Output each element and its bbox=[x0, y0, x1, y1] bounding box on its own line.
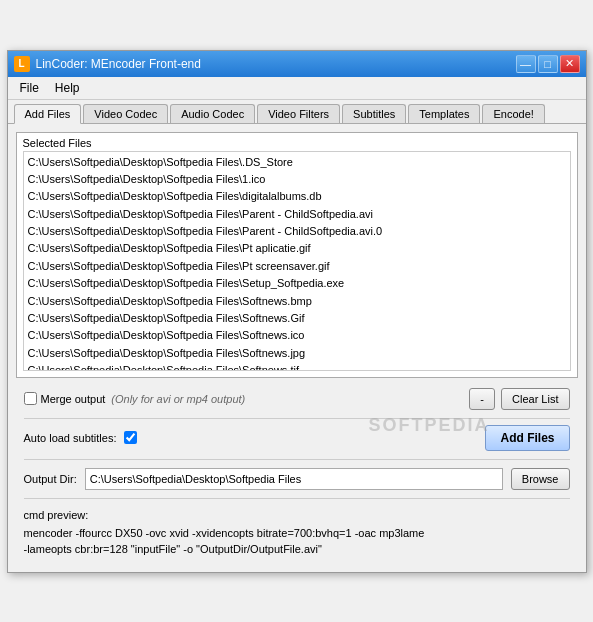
main-window: L LinCoder: MEncoder Front-end — □ ✕ Fil… bbox=[7, 50, 587, 573]
title-bar: L LinCoder: MEncoder Front-end — □ ✕ bbox=[8, 51, 586, 77]
output-dir-input[interactable] bbox=[85, 468, 503, 490]
menu-help[interactable]: Help bbox=[47, 79, 88, 97]
bottom-left: Merge output (Only for avi or mp4 output… bbox=[24, 392, 246, 405]
auto-subtitle-checkbox[interactable] bbox=[124, 431, 137, 444]
list-item[interactable]: C:\Users\Softpedia\Desktop\Softpedia Fil… bbox=[28, 345, 566, 362]
separator-3 bbox=[24, 498, 570, 499]
browse-button[interactable]: Browse bbox=[511, 468, 570, 490]
subtitle-label: Auto load subtitles: bbox=[24, 432, 117, 444]
list-item[interactable]: C:\Users\Softpedia\Desktop\Softpedia Fil… bbox=[28, 188, 566, 205]
tabs-bar: Add Files Video Codec Audio Codec Video … bbox=[8, 100, 586, 124]
merge-output-checkbox[interactable] bbox=[24, 392, 37, 405]
cmd-preview-line1: mencoder -ffourcc DX50 -ovc xvid -xviden… bbox=[24, 525, 570, 542]
bottom-controls-row: Merge output (Only for avi or mp4 output… bbox=[16, 384, 578, 414]
list-item[interactable]: C:\Users\Softpedia\Desktop\Softpedia Fil… bbox=[28, 327, 566, 344]
tab-audio-codec[interactable]: Audio Codec bbox=[170, 104, 255, 123]
tab-add-files[interactable]: Add Files bbox=[14, 104, 82, 124]
cmd-preview-line2: -lameopts cbr:br=128 "inputFile" -o "Out… bbox=[24, 541, 570, 558]
watermark-container: SOFTPEDIA Add Files bbox=[485, 425, 569, 451]
list-item[interactable]: C:\Users\Softpedia\Desktop\Softpedia Fil… bbox=[28, 362, 566, 370]
merge-output-label: Merge output bbox=[24, 392, 106, 405]
list-item[interactable]: C:\Users\Softpedia\Desktop\Softpedia Fil… bbox=[28, 206, 566, 223]
tab-video-codec[interactable]: Video Codec bbox=[83, 104, 168, 123]
close-button[interactable]: ✕ bbox=[560, 55, 580, 73]
title-bar-left: L LinCoder: MEncoder Front-end bbox=[14, 56, 201, 72]
tab-templates[interactable]: Templates bbox=[408, 104, 480, 123]
tab-subtitles[interactable]: Subtitles bbox=[342, 104, 406, 123]
list-item[interactable]: C:\Users\Softpedia\Desktop\Softpedia Fil… bbox=[28, 223, 566, 240]
selected-files-section: Selected Files C:\Users\Softpedia\Deskto… bbox=[16, 132, 578, 378]
list-item[interactable]: C:\Users\Softpedia\Desktop\Softpedia Fil… bbox=[28, 310, 566, 327]
maximize-button[interactable]: □ bbox=[538, 55, 558, 73]
output-dir-row: Output Dir: Browse bbox=[16, 464, 578, 494]
output-dir-label: Output Dir: bbox=[24, 473, 77, 485]
window-title: LinCoder: MEncoder Front-end bbox=[36, 57, 201, 71]
file-list[interactable]: C:\Users\Softpedia\Desktop\Softpedia Fil… bbox=[23, 151, 571, 371]
list-item[interactable]: C:\Users\Softpedia\Desktop\Softpedia Fil… bbox=[28, 154, 566, 171]
menu-bar: File Help bbox=[8, 77, 586, 100]
list-item[interactable]: C:\Users\Softpedia\Desktop\Softpedia Fil… bbox=[28, 275, 566, 292]
menu-file[interactable]: File bbox=[12, 79, 47, 97]
tab-encode[interactable]: Encode! bbox=[482, 104, 544, 123]
list-item[interactable]: C:\Users\Softpedia\Desktop\Softpedia Fil… bbox=[28, 240, 566, 257]
subtitle-row: Auto load subtitles: bbox=[24, 431, 138, 444]
separator-2 bbox=[24, 459, 570, 460]
file-list-inner: C:\Users\Softpedia\Desktop\Softpedia Fil… bbox=[24, 152, 570, 371]
remove-button[interactable]: - bbox=[469, 388, 495, 410]
list-item[interactable]: C:\Users\Softpedia\Desktop\Softpedia Fil… bbox=[28, 293, 566, 310]
list-item[interactable]: C:\Users\Softpedia\Desktop\Softpedia Fil… bbox=[28, 171, 566, 188]
main-content: Selected Files C:\Users\Softpedia\Deskto… bbox=[8, 124, 586, 572]
app-icon: L bbox=[14, 56, 30, 72]
merge-output-hint: (Only for avi or mp4 output) bbox=[111, 393, 245, 405]
separator-1 bbox=[24, 418, 570, 419]
tab-video-filters[interactable]: Video Filters bbox=[257, 104, 340, 123]
title-buttons: — □ ✕ bbox=[516, 55, 580, 73]
bottom-right: - Clear List bbox=[469, 388, 569, 410]
minimize-button[interactable]: — bbox=[516, 55, 536, 73]
clear-list-button[interactable]: Clear List bbox=[501, 388, 569, 410]
merge-output-text: Merge output bbox=[41, 393, 106, 405]
selected-files-label: Selected Files bbox=[17, 133, 577, 151]
cmd-preview-label: cmd preview: bbox=[24, 509, 570, 521]
list-item[interactable]: C:\Users\Softpedia\Desktop\Softpedia Fil… bbox=[28, 258, 566, 275]
add-files-button[interactable]: Add Files bbox=[485, 425, 569, 451]
cmd-preview-section: cmd preview: mencoder -ffourcc DX50 -ovc… bbox=[16, 503, 578, 564]
